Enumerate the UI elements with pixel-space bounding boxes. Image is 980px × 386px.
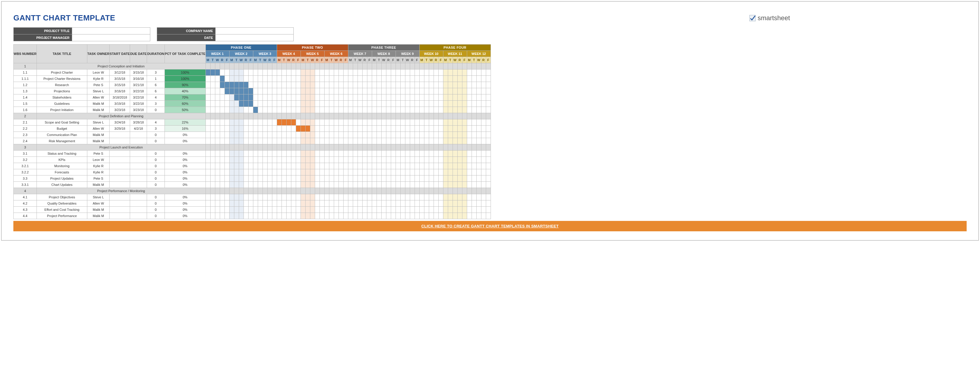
gantt-cell[interactable] [243,207,248,213]
gantt-cell[interactable] [339,151,343,157]
gantt-cell[interactable] [305,119,310,125]
gantt-cell[interactable] [220,151,224,157]
gantt-cell[interactable] [453,70,457,76]
cell-pct[interactable]: 0% [164,138,205,144]
gantt-cell[interactable] [324,119,329,125]
gantt-cell[interactable] [429,101,434,107]
gantt-cell[interactable] [243,163,248,169]
task-row[interactable]: 3.2.1MonitoringKylie R00% [14,163,491,169]
gantt-cell[interactable] [362,157,367,163]
gantt-cell[interactable] [400,70,405,76]
gantt-cell[interactable] [324,82,329,88]
gantt-cell[interactable] [481,88,486,94]
gantt-cell[interactable] [415,207,419,213]
gantt-cell[interactable] [343,101,348,107]
gantt-cell[interactable] [410,88,415,94]
gantt-cell[interactable] [286,76,291,82]
gantt-cell[interactable] [301,207,305,213]
gantt-cell[interactable] [400,213,405,219]
gantt-cell[interactable] [486,82,491,88]
gantt-cell[interactable] [310,194,315,200]
gantt-cell[interactable] [229,151,234,157]
gantt-cell[interactable] [239,200,243,207]
gantt-cell[interactable] [286,119,291,125]
gantt-cell[interactable] [367,119,372,125]
gantt-cell[interactable] [353,76,358,82]
gantt-cell[interactable] [282,138,286,144]
gantt-cell[interactable] [334,94,339,101]
gantt-cell[interactable] [424,169,429,175]
cell-start[interactable] [110,138,130,144]
gantt-cell[interactable] [400,138,405,144]
gantt-cell[interactable] [234,169,239,175]
gantt-cell[interactable] [396,107,400,113]
gantt-cell[interactable] [472,94,476,101]
gantt-cell[interactable] [267,82,272,88]
gantt-cell[interactable] [443,82,448,88]
gantt-cell[interactable] [443,157,448,163]
cell-start[interactable] [110,163,130,169]
gantt-cell[interactable] [481,151,486,157]
gantt-cell[interactable] [205,94,210,101]
gantt-cell[interactable] [324,125,329,132]
gantt-cell[interactable] [358,132,362,138]
gantt-cell[interactable] [448,76,453,82]
cell-due[interactable] [130,157,147,163]
gantt-cell[interactable] [358,163,362,169]
gantt-cell[interactable] [453,194,457,200]
gantt-cell[interactable] [457,107,462,113]
gantt-cell[interactable] [215,207,220,213]
gantt-cell[interactable] [434,163,438,169]
gantt-cell[interactable] [282,213,286,219]
gantt-cell[interactable] [377,182,381,188]
gantt-cell[interactable] [391,157,396,163]
gantt-cell[interactable] [367,94,372,101]
gantt-cell[interactable] [315,88,320,94]
gantt-cell[interactable] [210,175,215,182]
gantt-cell[interactable] [476,200,481,207]
gantt-cell[interactable] [315,169,320,175]
gantt-cell[interactable] [272,70,277,76]
gantt-cell[interactable] [301,182,305,188]
gantt-cell[interactable] [424,207,429,213]
gantt-cell[interactable] [377,151,381,157]
gantt-cell[interactable] [267,94,272,101]
gantt-cell[interactable] [396,88,400,94]
gantt-cell[interactable] [457,132,462,138]
gantt-cell[interactable] [286,107,291,113]
gantt-cell[interactable] [481,182,486,188]
gantt-cell[interactable] [339,119,343,125]
gantt-cell[interactable] [310,157,315,163]
gantt-cell[interactable] [448,207,453,213]
gantt-cell[interactable] [358,70,362,76]
gantt-cell[interactable] [377,175,381,182]
gantt-cell[interactable] [220,182,224,188]
gantt-cell[interactable] [253,163,258,169]
gantt-cell[interactable] [467,132,472,138]
gantt-cell[interactable] [348,151,353,157]
gantt-cell[interactable] [443,101,448,107]
gantt-cell[interactable] [296,169,301,175]
gantt-cell[interactable] [339,101,343,107]
gantt-cell[interactable] [362,213,367,219]
gantt-cell[interactable] [234,82,239,88]
gantt-cell[interactable] [348,163,353,169]
gantt-cell[interactable] [296,175,301,182]
gantt-cell[interactable] [358,213,362,219]
cell-start[interactable]: 3/15/18 [110,76,130,82]
gantt-cell[interactable] [448,194,453,200]
date-input[interactable] [216,35,294,41]
gantt-cell[interactable] [438,82,443,88]
gantt-cell[interactable] [462,182,467,188]
gantt-cell[interactable] [472,119,476,125]
cell-pct[interactable]: 0% [164,194,205,200]
gantt-cell[interactable] [258,70,262,76]
gantt-cell[interactable] [296,82,301,88]
cell-task[interactable]: Forecasts [37,169,87,175]
gantt-cell[interactable] [243,151,248,157]
gantt-cell[interactable] [253,125,258,132]
gantt-cell[interactable] [291,107,296,113]
gantt-cell[interactable] [220,194,224,200]
gantt-cell[interactable] [362,101,367,107]
cell-task[interactable]: Guidelines [37,101,87,107]
